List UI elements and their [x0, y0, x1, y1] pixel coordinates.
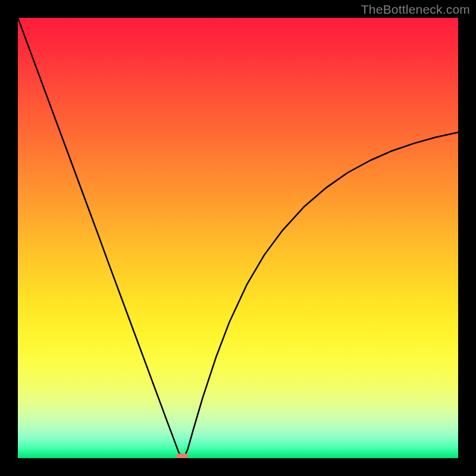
watermark-text: TheBottleneck.com	[361, 2, 470, 17]
chart-svg	[18, 18, 458, 458]
bottleneck-curve	[18, 18, 458, 458]
plot-area	[18, 18, 458, 458]
chart-stage: TheBottleneck.com	[0, 0, 476, 476]
optimal-point-marker	[176, 453, 187, 458]
